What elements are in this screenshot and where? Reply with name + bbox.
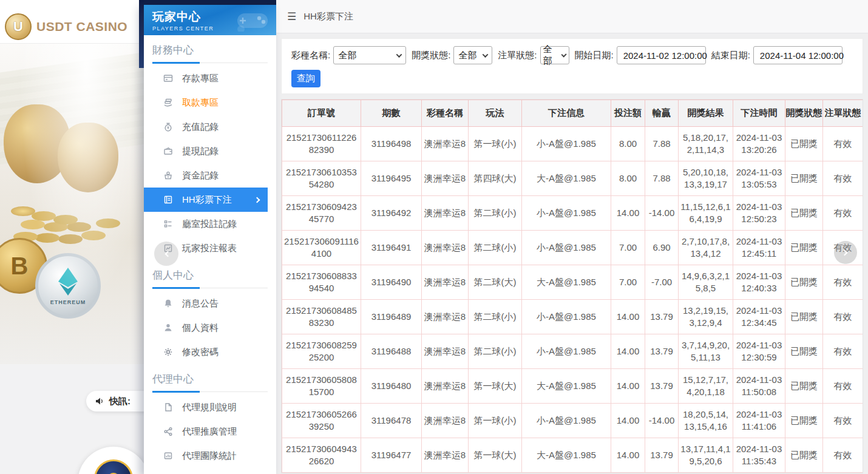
table-cell: 小-A盤@1.985: [522, 334, 611, 369]
floating-coin-button[interactable]: [94, 459, 133, 474]
table-cell: 2,7,10,17,8,13,4,12: [679, 231, 733, 265]
ledger-icon: [163, 195, 173, 205]
draw-status-select[interactable]: 全部: [453, 46, 492, 64]
table-cell: 13,17,11,4,19,5,20,6: [679, 438, 733, 473]
table-cell: 14.00: [611, 404, 645, 438]
table-cell: 11,15,12,6,16,4,19,9: [679, 196, 733, 231]
screen: U USDT CASINO B ETHEREUM: [0, 0, 868, 474]
sidebar-item-announcements[interactable]: 消息公告: [152, 291, 268, 316]
gear-icon: [163, 347, 173, 357]
table-cell: 5,20,10,18,13,3,19,17: [679, 161, 733, 196]
background-site: U USDT CASINO B ETHEREUM: [0, 0, 144, 474]
section-title-agent: 代理中心: [152, 372, 268, 386]
table-cell: 2152173060942345770: [282, 196, 361, 231]
news-ticker[interactable]: 快訊:: [86, 391, 144, 411]
table-cell: 8.00: [611, 161, 645, 196]
table-cell: 2152173060848583230: [282, 300, 361, 334]
table-cell: 14.00: [611, 369, 645, 404]
dark-banner-sliver: [139, 0, 144, 68]
table-cell: 2024-11-03 12:50:23: [733, 196, 785, 231]
table-row: 215217306049432662031196477澳洲幸运8第一球(大)大-…: [282, 438, 863, 473]
usdt-casino-logo[interactable]: U USDT CASINO: [0, 13, 144, 40]
sidebar-item-agent-rules[interactable]: 代理規則說明: [152, 395, 268, 419]
table-cell: 小-A盤@1.985: [522, 300, 611, 334]
start-date-input[interactable]: 2024-11-02 12:00:00: [617, 46, 706, 64]
table-cell: 已開獎: [785, 300, 823, 334]
sidebar-item-withdraw[interactable]: 取款專區: [152, 90, 268, 115]
table-cell: 有效: [823, 196, 863, 231]
table-cell: 8.00: [611, 127, 645, 161]
table-cell: 有效: [823, 334, 863, 369]
table-cell: 第二球(大): [469, 265, 522, 300]
table-cell: 31196491: [361, 231, 422, 265]
end-date-input[interactable]: 2024-11-04 12:00:00: [753, 46, 843, 64]
sidebar-item-funds-record[interactable]: 資金記錄: [152, 163, 268, 188]
table-cell: 第二球(小): [469, 300, 522, 334]
table-cell: 31196477: [361, 438, 422, 473]
table-cell: 31196495: [361, 161, 422, 196]
sidebar-header: 玩家中心 PLAYERS CENTER: [144, 5, 276, 35]
fog-overlay: [0, 44, 144, 364]
sidebar-item-agent-promotion[interactable]: 代理推廣管理: [152, 419, 268, 444]
table-cell: 2152173061035354280: [282, 161, 361, 196]
table-cell: 13,2,19,15,3,12,9,4: [679, 300, 733, 334]
table-cell: 5,18,20,17,2,11,14,3: [679, 127, 733, 161]
table-cell: 13.79: [645, 300, 679, 334]
item-label: HH彩票下注: [182, 194, 232, 206]
table-cell: 7.00: [611, 231, 645, 265]
scroll-right-button[interactable]: [834, 241, 857, 264]
section-title-personal: 個人中心: [152, 268, 268, 282]
table-cell: 已開獎: [785, 438, 823, 473]
lottery-name-select[interactable]: 全部: [333, 46, 406, 64]
item-label: 充值記錄: [182, 121, 219, 133]
table-cell: 2024-11-03 11:41:06: [733, 404, 785, 438]
table-cell: 第二球(小): [469, 231, 522, 265]
table-row: 215217306082592520031196488澳洲幸运8第二球(小)小-…: [282, 334, 863, 369]
end-date-value: 2024-11-04 12:00:00: [760, 50, 844, 61]
table-cell: 已開獎: [785, 231, 823, 265]
column-header: 開獎狀態: [785, 100, 823, 127]
query-button[interactable]: 查詢: [291, 70, 320, 87]
topbar: ☰ HH彩票下注: [276, 0, 868, 33]
moneybag-icon: [163, 122, 173, 132]
sidebar-item-change-password[interactable]: 修改密碼: [152, 340, 268, 364]
table-header-row: 訂單號期數彩種名稱玩法下注信息投注額輸贏開獎結果下注時間開獎狀態注單狀態: [282, 100, 863, 127]
table-cell: 13.79: [645, 369, 679, 404]
checklist-icon: [163, 219, 173, 229]
table-cell: 有效: [823, 438, 863, 473]
sidebar-item-agent-report-detail[interactable]: 代理報表明細: [152, 468, 268, 474]
draw-status-label: 開獎狀態:: [412, 50, 450, 61]
table-cell: 2152173060580815700: [282, 369, 361, 404]
menu-toggle-icon[interactable]: ☰: [287, 10, 296, 23]
sidebar-item-hh-lottery-bets[interactable]: HH彩票下注: [144, 188, 268, 212]
sidebar-item-room-bet-record[interactable]: 廳室投註記錄: [152, 212, 268, 236]
table-cell: 14.00: [611, 438, 645, 473]
dark-banner-top: [144, 0, 276, 5]
filter-panel: 彩種名稱: 全部 開獎狀態: 全部 注單狀態: 全部 開始日期: 2024-11…: [281, 38, 863, 94]
table-cell: 第一球(大): [469, 369, 522, 404]
table-row-partial: [282, 473, 863, 474]
table-cell: -7.00: [645, 265, 679, 300]
table-cell: 澳洲幸运8: [422, 404, 469, 438]
sidebar-item-profile[interactable]: 個人資料: [152, 316, 268, 340]
table-cell: 7.00: [611, 265, 645, 300]
chevron-right-icon: [254, 197, 260, 203]
table-cell: 2024-11-03 12:30:59: [733, 334, 785, 369]
sidebar-item-deposit[interactable]: 存款專區: [152, 66, 268, 90]
selected-value: 全部: [543, 44, 559, 67]
lottery-name-label: 彩種名稱:: [291, 50, 330, 61]
table-cell: 已開獎: [785, 196, 823, 231]
section-title-finance: 財務中心: [152, 43, 268, 57]
sidebar-item-agent-team-stats[interactable]: 代理團隊統計: [152, 444, 268, 468]
table-cell: 澳洲幸运8: [422, 300, 469, 334]
chevron-right-icon: [841, 249, 847, 256]
order-status-select[interactable]: 全部: [540, 46, 569, 64]
bell-icon: [163, 299, 173, 308]
ticker-label: 快訊:: [109, 396, 131, 407]
sidebar-item-recharge-record[interactable]: 充值記錄: [152, 115, 268, 139]
table-cell: 2152173060825925200: [282, 334, 361, 369]
table-cell: 小-A盤@1.985: [522, 404, 611, 438]
sidebar-item-withdrawal-record[interactable]: 提現記錄: [152, 139, 268, 163]
table-cell: 澳洲幸运8: [422, 231, 469, 265]
sidebar-collapse-button[interactable]: [154, 242, 178, 266]
